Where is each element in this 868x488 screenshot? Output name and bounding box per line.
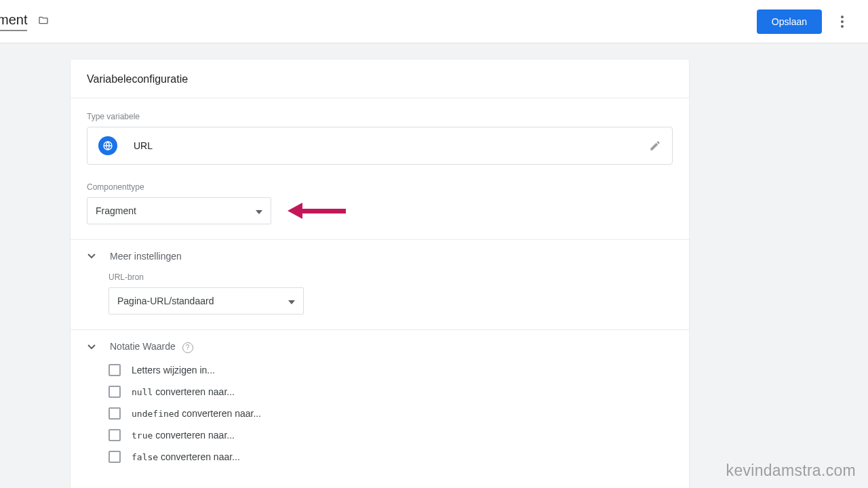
url-source-dropdown[interactable]: Pagina-URL/standaard — [108, 287, 304, 314]
checkbox-label: Letters wijzigen in... — [132, 365, 215, 375]
more-settings-title: Meer instellingen — [110, 251, 182, 262]
type-variable-label: Type variabele — [87, 112, 673, 121]
variable-type-value: URL — [134, 140, 153, 151]
checkbox-null[interactable]: null converteren naar... — [108, 386, 673, 398]
checkbox-label: null converteren naar... — [132, 386, 235, 397]
checkbox-label: true converteren naar... — [132, 430, 235, 441]
checkbox-case[interactable]: Letters wijzigen in... — [108, 364, 673, 376]
url-source-value: Pagina-URL/standaard — [117, 296, 214, 306]
svg-point-2 — [841, 25, 844, 28]
more-vert-icon — [841, 16, 844, 28]
more-menu-button[interactable] — [829, 8, 856, 35]
variable-config-card: Variabeleconfiguratie Type variabele URL — [71, 60, 689, 488]
svg-point-0 — [841, 16, 844, 18]
checkbox-icon — [108, 364, 121, 376]
format-value-title: Notatie Waarde ? — [110, 341, 193, 353]
component-type-value: Fragment — [96, 205, 136, 216]
chevron-down-icon — [288, 295, 295, 307]
watermark: kevindamstra.com — [726, 462, 856, 480]
chevron-down-icon — [256, 205, 262, 217]
checkbox-false[interactable]: false converteren naar... — [108, 451, 673, 463]
card-title: Variabeleconfiguratie — [71, 60, 689, 98]
variable-type-selector[interactable]: URL — [87, 127, 673, 165]
more-settings-toggle[interactable]: Meer instellingen — [87, 240, 673, 272]
component-type-label: Componenttype — [87, 182, 673, 192]
folder-icon[interactable] — [37, 15, 50, 28]
checkbox-true[interactable]: true converteren naar... — [108, 429, 673, 441]
checkbox-icon — [108, 429, 121, 441]
document-title[interactable]: ment — [0, 12, 27, 31]
checkbox-icon — [108, 386, 121, 398]
checkbox-label: undefined converteren naar... — [132, 408, 261, 419]
svg-rect-4 — [301, 209, 346, 214]
svg-point-1 — [841, 20, 844, 23]
format-value-toggle[interactable]: Notatie Waarde ? — [87, 330, 673, 364]
help-icon[interactable]: ? — [182, 342, 193, 353]
checkbox-icon — [108, 451, 121, 463]
url-type-icon — [98, 136, 117, 155]
chevron-down-icon — [87, 251, 96, 261]
checkbox-undefined[interactable]: undefined converteren naar... — [108, 407, 673, 420]
pencil-icon — [649, 140, 661, 152]
save-button[interactable]: Opslaan — [757, 9, 822, 34]
url-source-label: URL-bron — [108, 272, 673, 282]
checkbox-icon — [108, 407, 121, 420]
header-left: ment — [0, 12, 50, 31]
chevron-down-icon — [87, 342, 96, 352]
annotation-arrow-icon — [288, 203, 346, 219]
checkbox-label: false converteren naar... — [132, 451, 240, 462]
component-type-dropdown[interactable]: Fragment — [87, 197, 271, 224]
format-value-options: Letters wijzigen in... null converteren … — [87, 364, 673, 476]
app-header: ment Opslaan — [0, 0, 868, 43]
content-area: Variabeleconfiguratie Type variabele URL — [0, 43, 868, 488]
